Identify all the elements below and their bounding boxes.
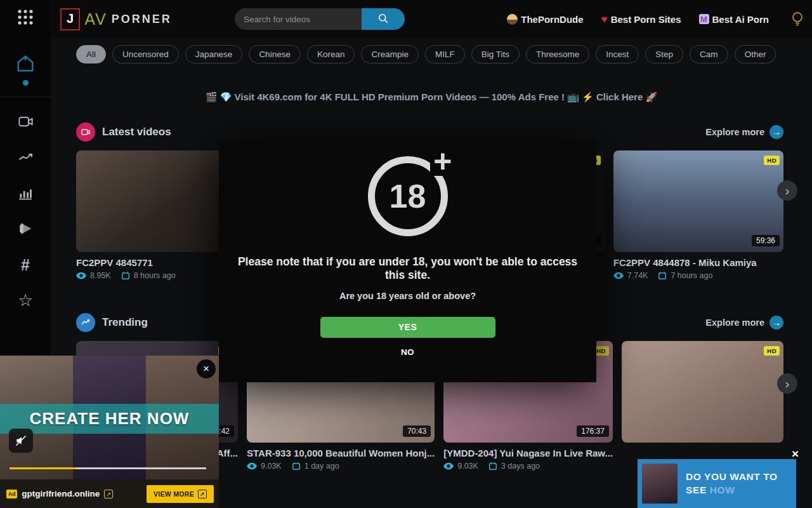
ad-headline-band: CREATE HER NOW [0,404,219,434]
view-more-button[interactable]: VIEW MORE ↗ [147,485,214,503]
carousel-next-button[interactable]: › [777,180,797,201]
apps-grid-icon[interactable] [16,8,34,29]
yes-button[interactable]: YES [320,317,495,338]
heart-icon: ♥ [601,14,608,25]
age-question-text: Are you 18 years old or above? [339,291,476,301]
search-button[interactable] [362,8,405,30]
chip-creampie[interactable]: Creampie [361,45,419,64]
chip-korean[interactable]: Korean [307,45,355,64]
chip-cam[interactable]: Cam [690,45,728,64]
ad-text-line2: SEE [686,485,707,495]
bottom-right-ad[interactable]: DO YOU WANT TO SEE HOW [638,459,796,508]
chip-japanese[interactable]: Japanese [185,45,243,64]
link-best-porn-sites[interactable]: ♥ Best Porn Sites [601,14,681,25]
header: J AV PORNER ThePornDude ♥ Best Porn Site… [51,0,812,38]
search-bar [235,8,405,30]
video-meta: 7.74K 7 hours ago [613,271,783,280]
age-verification-modal: 18 + Please note that if you are under 1… [219,141,596,382]
sidebar-item-stats[interactable] [17,185,34,203]
duration-badge: 59:36 [752,235,780,246]
ad-thumbnail [642,464,678,504]
latest-section-header: Latest videos Explore more → [76,123,783,142]
chip-chinese[interactable]: Chinese [249,45,301,64]
view-more-label: VIEW MORE [154,490,194,498]
lightbulb-icon[interactable] [790,11,804,27]
latest-explore-more[interactable]: Explore more → [705,125,783,139]
ad-site-link[interactable]: gptgirlfriend.online [22,489,100,498]
video-thumbnail[interactable]: HD [622,341,783,443]
right-ad-close-button[interactable]: × [792,447,799,461]
header-links: ThePornDude ♥ Best Porn Sites M Best Ai … [507,0,804,38]
ad-label-badge: Ad [6,490,17,498]
video-title[interactable]: [YMDD-204] Yui Nagase In Live Raw... [443,448,613,458]
ad-progress-bar[interactable] [10,467,206,469]
arrow-right-icon: → [769,316,783,330]
section-title: Latest videos [102,126,171,138]
bar-chart-icon [17,185,34,204]
video-camera-badge-icon [76,123,95,142]
video-thumbnail[interactable]: HD 59:36 [613,150,783,252]
sidebar-divider [0,97,51,97]
chip-incest[interactable]: Incest [596,45,639,64]
link-theporndude[interactable]: ThePornDude [507,14,583,25]
home-icon [16,54,35,76]
logo-av-mark: AV [84,10,107,29]
link-best-ai-porn[interactable]: M Best Ai Porn [699,14,769,25]
search-input[interactable] [235,8,362,30]
ad-progress-fill [10,467,76,469]
video-ad[interactable]: CREATE HER NOW × Ad gptgirlfriend.online… [0,356,219,508]
ad-footer-bar: Ad gptgirlfriend.online ↗ VIEW MORE ↗ [0,479,219,508]
video-title[interactable]: STAR-933 10,000 Beautiful Women Honj... [247,448,435,458]
sidebar-item-watched[interactable] [16,221,34,238]
promo-banner-link[interactable]: 🎬 💎 Visit 4K69.com for 4K FULL HD Premiu… [206,91,657,102]
ad-video-area[interactable]: CREATE HER NOW × [0,356,219,479]
sidebar-item-trending[interactable] [17,150,34,167]
video-card[interactable]: HD 59:36 FC2PPV 4844878 - Miku Kamiya 7.… [613,150,783,280]
no-button[interactable]: NO [401,347,414,357]
explore-label: Explore more [705,318,764,328]
logo-name: PORNER [112,13,172,26]
trending-up-icon [17,149,34,168]
muted-speaker-icon [15,434,27,447]
ad-text: DO YOU WANT TO SEE HOW [686,471,778,496]
video-meta: 9.03K 1 day ago [247,462,435,471]
ad-text-line1: DO YOU WANT TO [686,471,778,482]
sidebar-item-videos[interactable] [17,114,34,131]
chip-all[interactable]: All [76,45,106,64]
hashtag-icon: # [21,257,30,273]
trending-explore-more[interactable]: Explore more → [705,316,783,330]
link-label: Best Porn Sites [611,14,681,25]
views-count: 9.03K [457,462,478,471]
views-eye-icon [613,272,624,279]
chip-threesome[interactable]: Threesome [526,45,589,64]
carousel-next-button[interactable]: › [777,373,797,394]
upload-time: 8 hours ago [134,271,176,280]
upload-time: 7 hours ago [671,271,712,280]
logo[interactable]: J AV PORNER [60,0,172,38]
sidebar-item-home[interactable] [16,54,35,86]
duration-badge: 176:37 [577,425,609,437]
age-notice-text: Please note that if you are under 18, yo… [235,255,580,283]
chip-milf[interactable]: MILF [425,45,465,64]
category-chips: All Uncensored Japanese Chinese Korean C… [51,38,812,64]
ad-close-button[interactable]: × [197,359,216,378]
upload-time: 3 days ago [501,462,540,471]
external-link-icon: ↗ [198,490,207,498]
ad-headline: CREATE HER NOW [30,409,190,429]
play-icon [16,220,34,240]
chip-step[interactable]: Step [645,45,683,64]
arrow-right-icon: → [769,125,783,139]
chip-other[interactable]: Other [735,45,776,64]
calendar-icon [658,271,667,280]
video-title[interactable]: FC2PPV 4844878 - Miku Kamiya [613,257,783,268]
chip-uncensored[interactable]: Uncensored [112,45,179,64]
video-camera-icon [17,113,34,133]
sidebar-item-tags[interactable]: # [21,257,30,274]
hd-badge: HD [764,346,780,356]
chip-big-tits[interactable]: Big Tits [471,45,520,64]
sidebar-item-favorites[interactable]: ☆ [18,292,33,309]
mute-button[interactable] [9,429,33,453]
video-card[interactable]: HD [622,341,783,471]
calendar-icon [292,462,301,471]
m-favicon-icon: M [699,14,709,24]
